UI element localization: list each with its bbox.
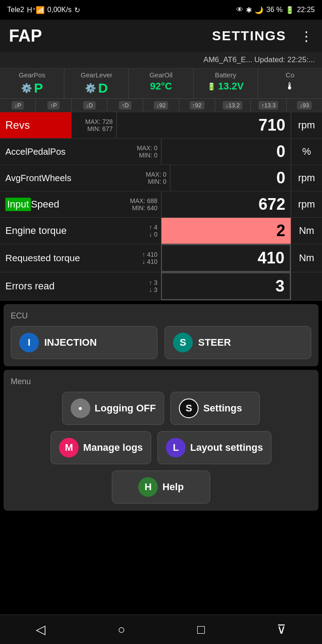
revs-max: MAX: 728 bbox=[85, 118, 113, 125]
btn-down-d[interactable]: ↓D bbox=[72, 99, 107, 112]
app-title: FAP bbox=[9, 26, 42, 46]
eye-icon: 👁 bbox=[236, 6, 243, 14]
btn-down-p[interactable]: ↓P bbox=[0, 99, 36, 112]
ecu-section: ECU I INJECTION S STEER bbox=[4, 304, 318, 366]
errors-label: Errors read bbox=[0, 272, 116, 300]
gearpos-col: GearPos ⚙️ P bbox=[0, 68, 64, 98]
injection-icon: I bbox=[19, 333, 39, 352]
sync-icon: ↻ bbox=[74, 6, 80, 14]
ecu-label: ECU bbox=[11, 311, 311, 321]
avgfront-row: AvgFrontWheels MAX: 0 MIN: 0 0 rpm bbox=[0, 165, 322, 191]
engine-torque-min: ↓ 0 bbox=[149, 231, 157, 238]
gear-button-row: ↓P ↑P ↓D ↑D ↓92 ↑92 ↓13.2 ↑13.3 ↓93 bbox=[0, 99, 322, 112]
coolant-icon: 🌡 bbox=[262, 80, 318, 92]
inputspeed-row: InputSpeed MAX: 688 MIN: 640 672 rpm bbox=[0, 191, 322, 218]
btn-down-93[interactable]: ↓93 bbox=[287, 99, 322, 112]
battery-label: Battery bbox=[197, 71, 254, 79]
steer-icon: S bbox=[173, 333, 193, 352]
gearoil-label: GearOil bbox=[132, 71, 189, 79]
btn-down-92[interactable]: ↓92 bbox=[143, 99, 179, 112]
battery-icon: 🔋 bbox=[285, 6, 294, 14]
accel-value: 0 bbox=[161, 139, 291, 165]
inputspeed-rest: Speed bbox=[31, 199, 59, 210]
status-right: 👁 ✱ 🌙 36 % 🔋 22:25 bbox=[236, 6, 315, 14]
revs-row: Revs MAX: 728 MIN: 677 710 rpm bbox=[0, 112, 322, 139]
updated-text: AM6_AT6_E... Updated: 22:25:... bbox=[203, 55, 315, 64]
accel-unit: % bbox=[291, 139, 322, 165]
req-torque-max: ↑ 410 bbox=[142, 251, 157, 258]
header: FAP SETTINGS ⋮ bbox=[0, 20, 322, 52]
settings-label[interactable]: SETTINGS bbox=[212, 28, 286, 43]
accel-max: MAX: 0 bbox=[137, 144, 157, 152]
settings-button[interactable]: S Settings bbox=[170, 392, 260, 425]
menu-button[interactable]: ⋮ bbox=[300, 28, 313, 44]
logging-off-button[interactable]: ● Logging OFF bbox=[62, 392, 165, 425]
battery-col: Battery 🔋 13.2V bbox=[194, 68, 258, 98]
btn-up-133[interactable]: ↑13.3 bbox=[251, 99, 287, 112]
revs-label: Revs bbox=[0, 112, 72, 138]
req-torque-row: Requested torque ↑ 410 ↓ 410 410 Nm bbox=[0, 244, 322, 272]
engine-torque-max: ↑ 4 bbox=[149, 224, 157, 231]
errors-min: ↓ 3 bbox=[149, 286, 157, 293]
back-button[interactable]: ◁ bbox=[36, 622, 46, 637]
btn-down-132[interactable]: ↓13.2 bbox=[215, 99, 251, 112]
battery-icon: 🔋 bbox=[207, 82, 216, 91]
battery-label: 36 % bbox=[266, 6, 282, 14]
menu-buttons: ● Logging OFF S Settings M Manage logs L… bbox=[11, 392, 311, 504]
logging-icon: ● bbox=[71, 398, 90, 418]
btn-up-92[interactable]: ↑92 bbox=[179, 99, 215, 112]
speed-label: 0,00K/s bbox=[47, 6, 72, 14]
battery-value: 13.2V bbox=[218, 80, 244, 92]
accel-minmax: MAX: 0 MIN: 0 bbox=[116, 139, 161, 165]
avgfront-minmax: MAX: 0 MIN: 0 bbox=[125, 165, 170, 191]
avgfront-unit: rpm bbox=[291, 165, 322, 191]
status-left: Tele2 H⁺📶 0,00K/s ↻ bbox=[7, 6, 80, 14]
gearlever-label: GearLever bbox=[68, 71, 125, 79]
engine-torque-minmax: ↑ 4 ↓ 0 bbox=[116, 218, 161, 244]
engine-torque-row: Engine torque ↑ 4 ↓ 0 2 Nm bbox=[0, 218, 322, 244]
btn-up-d[interactable]: ↑D bbox=[107, 99, 143, 112]
avgfront-value: 0 bbox=[170, 165, 291, 191]
gearpos-label: GearPos bbox=[4, 71, 60, 79]
steer-label: STEER bbox=[198, 337, 231, 348]
errors-max: ↑ 3 bbox=[149, 279, 157, 286]
extra-button[interactable]: ⊽ bbox=[277, 622, 286, 637]
req-torque-value: 410 bbox=[161, 244, 291, 272]
coolant-label: Co bbox=[262, 71, 318, 79]
injection-button[interactable]: I INJECTION bbox=[11, 326, 157, 359]
revs-unit: rpm bbox=[291, 112, 322, 138]
manage-logs-button[interactable]: M Manage logs bbox=[51, 431, 151, 464]
manage-icon: M bbox=[59, 438, 79, 458]
btn-up-p[interactable]: ↑P bbox=[36, 99, 72, 112]
accel-min: MIN: 0 bbox=[139, 152, 157, 159]
layout-icon: L bbox=[166, 438, 186, 458]
layout-settings-button[interactable]: L Layout settings bbox=[157, 431, 271, 464]
gearlever-col: GearLever ⚙️ D bbox=[64, 68, 129, 98]
home-button[interactable]: ○ bbox=[118, 623, 125, 637]
settings-label: Settings bbox=[203, 402, 242, 414]
avgfront-min: MIN: 0 bbox=[148, 178, 166, 185]
manage-label: Manage logs bbox=[83, 442, 143, 453]
help-label: Help bbox=[162, 481, 184, 493]
help-button[interactable]: H Help bbox=[112, 470, 210, 504]
inputspeed-unit: rpm bbox=[291, 191, 322, 217]
signal-icon: H⁺📶 bbox=[27, 6, 45, 14]
carrier-label: Tele2 bbox=[7, 6, 24, 14]
avgfront-label: AvgFrontWheels bbox=[0, 165, 125, 191]
revs-value: 710 bbox=[116, 112, 291, 138]
inputspeed-minmax: MAX: 688 MIN: 640 bbox=[116, 191, 161, 217]
recent-button[interactable]: □ bbox=[197, 623, 205, 637]
req-torque-label: Requested torque bbox=[0, 244, 116, 272]
inputspeed-min: MIN: 640 bbox=[132, 204, 157, 212]
moon-icon: 🌙 bbox=[254, 6, 263, 14]
errors-row: Errors read ↑ 3 ↓ 3 3 bbox=[0, 272, 322, 301]
help-icon: H bbox=[138, 477, 158, 497]
steer-button[interactable]: S STEER bbox=[165, 326, 311, 359]
errors-value: 3 bbox=[161, 272, 291, 300]
settings-icon: S bbox=[179, 398, 199, 418]
inputspeed-label: InputSpeed bbox=[0, 191, 116, 217]
gearoil-col: GearOil 92°C bbox=[129, 68, 193, 98]
errors-unit bbox=[291, 272, 322, 300]
coolant-col: Co 🌡 bbox=[258, 68, 322, 98]
revs-minmax: MAX: 728 MIN: 677 bbox=[72, 112, 116, 138]
